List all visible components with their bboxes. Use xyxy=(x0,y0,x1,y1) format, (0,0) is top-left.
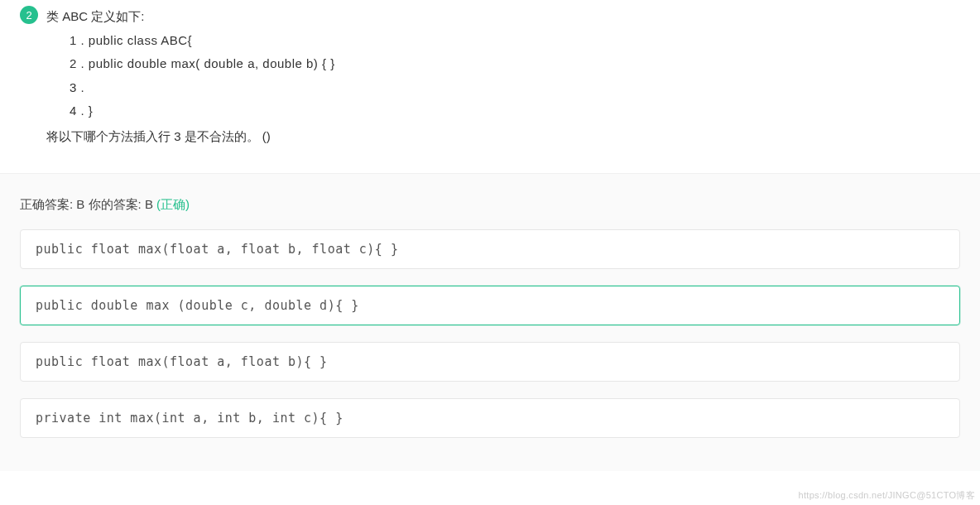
code-line: 2 . public double max( double a, double … xyxy=(46,52,335,76)
option-text: private int max(int a, int b, int c){ } xyxy=(36,411,343,426)
question-body: 类 ABC 定义如下: 1 . public class ABC{ 2 . pu… xyxy=(46,5,335,148)
code-line: 4 . } xyxy=(46,99,335,123)
answer-status: (正确) xyxy=(156,197,190,211)
question-section: 2 类 ABC 定义如下: 1 . public class ABC{ 2 . … xyxy=(0,0,980,173)
option-text: public float max(float a, float b){ } xyxy=(36,354,328,369)
code-line: 3 . xyxy=(46,76,335,100)
question-ask: 将以下哪个方法插入行 3 是不合法的。 () xyxy=(46,125,335,149)
question-number: 2 xyxy=(26,9,31,22)
option-d[interactable]: private int max(int a, int b, int c){ } xyxy=(20,398,960,438)
option-a[interactable]: public float max(float a, float b, float… xyxy=(20,229,960,269)
your-answer-label: 你的答案: xyxy=(84,197,145,211)
option-text: public float max(float a, float b, float… xyxy=(36,242,398,257)
option-b[interactable]: public double max (double c, double d){ … xyxy=(20,286,960,325)
correct-answer-value: B xyxy=(76,197,84,211)
your-answer-value: B xyxy=(145,197,156,211)
question-title: 类 ABC 定义如下: xyxy=(46,5,335,29)
question-number-badge: 2 xyxy=(20,6,38,24)
option-c[interactable]: public float max(float a, float b){ } xyxy=(20,342,960,382)
question-header: 2 类 ABC 定义如下: 1 . public class ABC{ 2 . … xyxy=(20,5,960,148)
option-text: public double max (double c, double d){ … xyxy=(36,298,359,313)
answer-section: 正确答案: B 你的答案: B (正确) public float max(fl… xyxy=(0,173,980,471)
code-line: 1 . public class ABC{ xyxy=(46,29,335,53)
answer-line: 正确答案: B 你的答案: B (正确) xyxy=(20,197,960,213)
correct-answer-label: 正确答案: xyxy=(20,197,76,211)
